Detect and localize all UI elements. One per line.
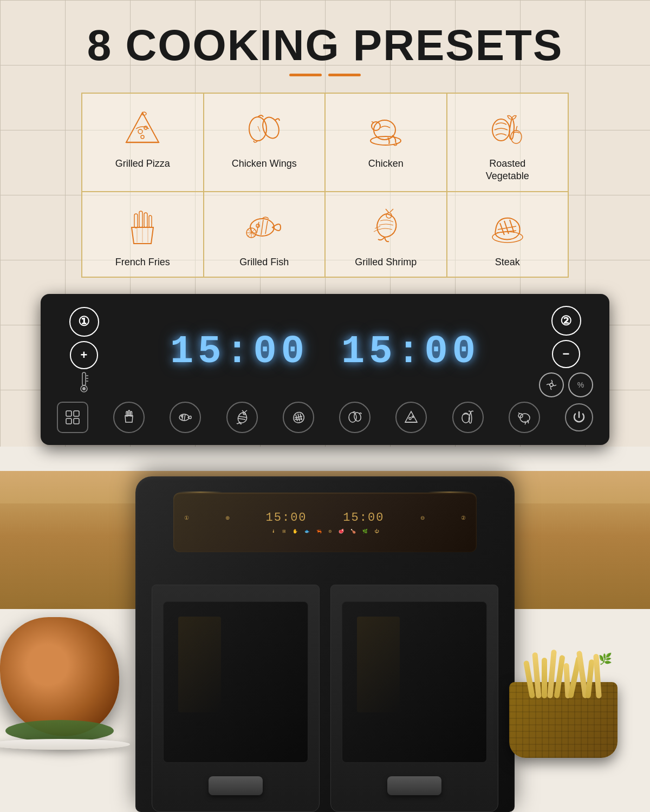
- svg-point-46: [550, 383, 553, 387]
- svg-line-23: [265, 221, 268, 234]
- preset-label-pizza: Grilled Pizza: [115, 158, 170, 170]
- svg-rect-15: [149, 215, 152, 227]
- pizza-icon: [118, 104, 167, 153]
- presets-grid: Grilled Pizza Chicken Wings: [81, 93, 569, 278]
- title-underline: [87, 74, 563, 76]
- svg-point-72: [412, 416, 414, 418]
- preset-chicken-wings[interactable]: Chicken Wings: [204, 93, 326, 192]
- panel-vegetable-button[interactable]: [452, 402, 484, 433]
- preset-grilled-pizza[interactable]: Grilled Pizza: [82, 93, 204, 192]
- main-content: 8 COOKING PRESETS Grilled Piz: [0, 0, 650, 812]
- preset-label-shrimp: Grilled Shrimp: [355, 256, 417, 269]
- svg-line-60: [238, 418, 245, 420]
- svg-rect-48: [74, 411, 79, 416]
- shrimp-icon: [361, 203, 410, 252]
- preset-roasted-vegetable[interactable]: RoastedVegetable: [447, 93, 569, 192]
- svg-rect-13: [139, 211, 142, 227]
- underline-bar-1: [289, 74, 322, 76]
- svg-point-8: [372, 122, 380, 130]
- svg-point-61: [243, 412, 245, 415]
- vegetable-icon: [483, 104, 532, 153]
- displays-area: 15:00 15:00: [111, 330, 539, 374]
- underline-bar-2: [328, 74, 361, 76]
- chicken-wings-icon: [240, 104, 289, 153]
- chicken-icon: [361, 104, 410, 153]
- svg-rect-53: [128, 410, 130, 416]
- svg-point-2: [141, 135, 144, 139]
- svg-rect-40: [82, 372, 86, 385]
- preset-label-fries: French Fries: [115, 256, 170, 269]
- time-display-1: 15:00: [170, 330, 309, 374]
- control-panel: ① + 15:00 15:00: [41, 294, 609, 445]
- panel-fries-button[interactable]: [113, 402, 145, 433]
- zone2-label: ②: [551, 306, 581, 336]
- preset-steak[interactable]: Steak: [447, 192, 569, 277]
- preset-label-chicken: Chicken: [368, 158, 404, 170]
- time-display-2: 15:00: [341, 330, 480, 374]
- panel-wings-button[interactable]: [339, 402, 370, 433]
- left-zone-group: ① +: [57, 307, 111, 397]
- svg-rect-14: [144, 213, 147, 227]
- svg-line-5: [258, 126, 260, 132]
- preset-label-fish: Grilled Fish: [239, 256, 289, 269]
- fan-button[interactable]: [539, 372, 564, 397]
- svg-line-59: [238, 416, 246, 417]
- svg-line-68: [295, 419, 302, 420]
- svg-line-63: [245, 410, 247, 412]
- right-zone-group: ② − %: [539, 306, 593, 397]
- panel-preset-row: [57, 402, 593, 433]
- zone1-label: ①: [69, 307, 99, 337]
- page-title: 8 COOKING PRESETS: [87, 22, 563, 69]
- panel-steak-button[interactable]: [283, 402, 314, 433]
- minus-button[interactable]: −: [552, 340, 580, 368]
- fish-icon: [240, 203, 289, 252]
- preset-french-fries[interactable]: French Fries: [82, 192, 204, 277]
- panel-pizza-button[interactable]: [395, 402, 427, 433]
- plus-button[interactable]: +: [70, 341, 98, 369]
- temp-icon: [76, 371, 92, 397]
- svg-line-31: [390, 209, 393, 212]
- svg-line-30: [386, 209, 389, 213]
- svg-point-34: [492, 232, 523, 243]
- svg-line-22: [261, 220, 263, 235]
- preset-label-steak: Steak: [495, 256, 520, 269]
- panel-fish-button[interactable]: [170, 402, 201, 433]
- preset-label-chicken-wings: Chicken Wings: [232, 158, 297, 170]
- preset-grilled-fish[interactable]: Grilled Fish: [204, 192, 326, 277]
- panel-chicken-button[interactable]: [509, 402, 540, 433]
- preset-label-vegetable: RoastedVegetable: [486, 158, 529, 183]
- fries-icon: [118, 203, 167, 252]
- percent-button[interactable]: %: [568, 372, 593, 397]
- svg-point-74: [462, 413, 470, 423]
- header-section: 8 COOKING PRESETS: [87, 0, 563, 76]
- svg-line-58: [184, 414, 185, 421]
- apps-button[interactable]: [57, 402, 88, 433]
- preset-chicken[interactable]: Chicken: [325, 93, 447, 192]
- svg-rect-12: [134, 214, 138, 228]
- svg-point-42: [82, 387, 86, 390]
- svg-rect-49: [66, 418, 72, 424]
- panel-shrimp-button[interactable]: [226, 402, 258, 433]
- svg-point-0: [138, 129, 142, 134]
- steak-icon: [483, 203, 532, 252]
- svg-rect-47: [66, 411, 72, 416]
- svg-point-69: [349, 412, 356, 422]
- svg-point-71: [409, 417, 411, 420]
- panel-top-row: ① + 15:00 15:00: [57, 306, 593, 397]
- power-button[interactable]: [565, 403, 593, 431]
- svg-rect-50: [74, 418, 79, 424]
- preset-grilled-shrimp[interactable]: Grilled Shrimp: [325, 192, 447, 277]
